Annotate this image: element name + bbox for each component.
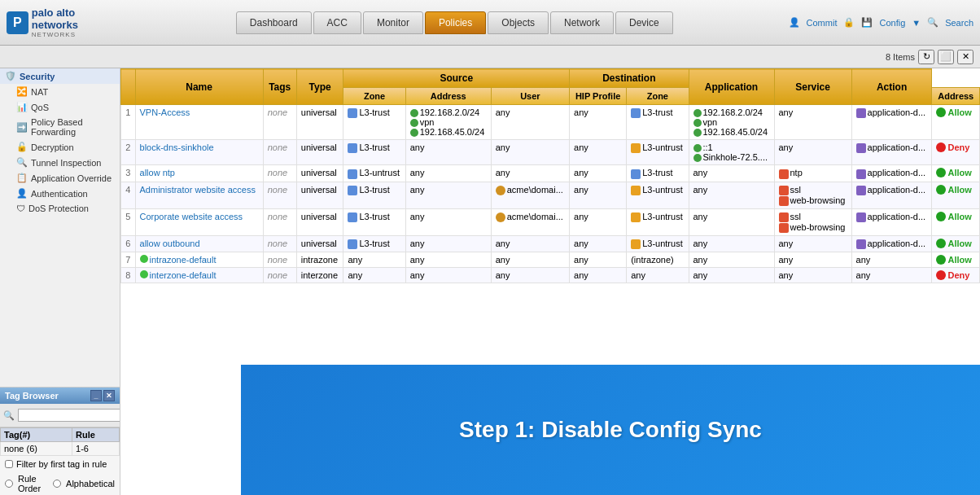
cell-name[interactable]: block-dns-sinkhole bbox=[135, 140, 263, 165]
close-button[interactable]: ✕ bbox=[957, 50, 973, 64]
app-icon bbox=[779, 196, 789, 206]
cell-name[interactable]: Administrator website access bbox=[135, 182, 263, 208]
overlay-banner: Step 1: Disable Config Sync bbox=[241, 365, 980, 495]
cell-action: Allow bbox=[932, 182, 980, 208]
tag-search-input[interactable] bbox=[18, 409, 120, 422]
cell-name[interactable]: Corporate website access bbox=[135, 208, 263, 235]
table-row[interactable]: 1VPN-AccessnoneuniversalL3-trust192.168.… bbox=[121, 105, 980, 140]
cell-service: any bbox=[851, 268, 932, 283]
cell-app: sslweb-browsing bbox=[774, 182, 851, 208]
col-service: Service bbox=[774, 69, 851, 105]
config-button[interactable]: Config bbox=[879, 18, 905, 28]
order-row: Rule Order Alphabetical bbox=[0, 472, 120, 495]
cell-action: Allow bbox=[932, 235, 980, 252]
tag-browser-minimize[interactable]: _ bbox=[90, 390, 102, 401]
cell-tags: none bbox=[263, 165, 296, 182]
tab-objects[interactable]: Objects bbox=[488, 11, 549, 34]
overlay-text: Step 1: Disable Config Sync bbox=[459, 417, 762, 443]
commit-icon: 👤 bbox=[789, 17, 800, 28]
cell-num: 1 bbox=[121, 105, 136, 140]
filter-row: Filter by first tag in rule bbox=[0, 456, 120, 472]
cell-tags: none bbox=[263, 105, 296, 140]
zone-icon bbox=[631, 169, 641, 179]
sidebar-item-security[interactable]: 🛡️ Security bbox=[0, 68, 120, 84]
sidebar-item-tunnel[interactable]: 🔍 Tunnel Inspection bbox=[0, 155, 120, 170]
table-row[interactable]: 6allow outboundnoneuniversalL3-trustanya… bbox=[121, 235, 980, 252]
tab-dashboard[interactable]: Dashboard bbox=[236, 11, 312, 34]
app-icon bbox=[779, 212, 789, 222]
cell-name[interactable]: interzone-default bbox=[135, 268, 263, 283]
table-row[interactable]: 8interzone-defaultnoneinterzoneanyanyany… bbox=[121, 268, 980, 283]
tab-device[interactable]: Device bbox=[615, 11, 673, 34]
shield-icon: 🛡️ bbox=[5, 71, 16, 81]
cell-name[interactable]: VPN-Access bbox=[135, 105, 263, 140]
tag-row[interactable]: none (6) 1-6 bbox=[1, 442, 120, 456]
col-hip: HIP Profile bbox=[570, 88, 627, 105]
alpha-radio[interactable] bbox=[53, 480, 61, 488]
main-area: 🛡️ Security 🔀 NAT 📊 QoS ➡️ Policy Based … bbox=[0, 68, 980, 495]
sidebar: 🛡️ Security 🔀 NAT 📊 QoS ➡️ Policy Based … bbox=[0, 68, 120, 495]
sidebar-item-qos[interactable]: 📊 QoS bbox=[0, 99, 120, 115]
table-row[interactable]: 2block-dns-sinkholenoneuniversalL3-trust… bbox=[121, 140, 980, 165]
source-group-header: Source bbox=[343, 69, 570, 88]
tab-policies[interactable]: Policies bbox=[425, 11, 486, 34]
rule-name-link[interactable]: Corporate website access bbox=[140, 212, 243, 221]
tag-search-icon: 🔍 bbox=[3, 410, 15, 421]
rule-name-link[interactable]: intrazone-default bbox=[150, 255, 217, 265]
table-row[interactable]: 5Corporate website accessnoneuniversalL3… bbox=[121, 208, 980, 235]
tag-browser-toolbar: 🔍 1 Item + ✕ bbox=[0, 404, 120, 427]
cell-type: intrazone bbox=[296, 252, 343, 268]
config-arrow: ▼ bbox=[912, 18, 921, 28]
app-icon bbox=[779, 223, 789, 233]
rule-name-link[interactable]: Administrator website access bbox=[140, 185, 256, 195]
cell-num: 5 bbox=[121, 208, 136, 235]
rule-name-link[interactable]: interzone-default bbox=[150, 270, 217, 280]
rule-name-link[interactable]: VPN-Access bbox=[140, 107, 190, 117]
cell-name[interactable]: intrazone-default bbox=[135, 252, 263, 268]
rule-name-link[interactable]: allow outbound bbox=[140, 239, 200, 248]
svc-icon bbox=[856, 212, 866, 222]
rule-name-link[interactable]: block-dns-sinkhole bbox=[140, 142, 214, 152]
sidebar-item-app-override[interactable]: 📋 Application Override bbox=[0, 170, 120, 186]
tag-browser-header: Tag Browser _ ✕ bbox=[0, 388, 120, 404]
dos-icon: 🛡 bbox=[16, 204, 25, 213]
cell-service: application-d... bbox=[851, 105, 932, 140]
cell-hip: any bbox=[570, 182, 627, 208]
cell-name[interactable]: allow ntp bbox=[135, 165, 263, 182]
allow-circle bbox=[936, 255, 946, 265]
green-dot bbox=[140, 255, 148, 263]
cell-user: acme\domai... bbox=[491, 208, 569, 235]
tab-acc[interactable]: ACC bbox=[313, 11, 361, 34]
tab-monitor[interactable]: Monitor bbox=[363, 11, 423, 34]
sidebar-item-pbf[interactable]: ➡️ Policy Based Forwarding bbox=[0, 115, 120, 139]
tab-network[interactable]: Network bbox=[550, 11, 614, 34]
app-icon bbox=[779, 186, 789, 195]
cell-num: 4 bbox=[121, 182, 136, 208]
zone-icon bbox=[348, 169, 357, 179]
refresh-button[interactable]: ↻ bbox=[918, 50, 934, 64]
cell-dst-zone: L3-untrust bbox=[627, 140, 689, 165]
sidebar-item-dos[interactable]: 🛡 DoS Protection bbox=[0, 201, 120, 216]
tag-browser-close[interactable]: ✕ bbox=[103, 390, 115, 401]
rule-name-link[interactable]: allow ntp bbox=[140, 168, 175, 177]
addr-icon bbox=[693, 154, 702, 162]
table-row[interactable]: 4Administrator website accessnoneunivers… bbox=[121, 182, 980, 208]
cell-hip: any bbox=[570, 165, 627, 182]
cell-app: sslweb-browsing bbox=[774, 208, 851, 235]
action-deny: Deny bbox=[936, 142, 975, 152]
sidebar-item-nat[interactable]: 🔀 NAT bbox=[0, 84, 120, 99]
cell-dst-zone: L3-untrust bbox=[627, 182, 689, 208]
cell-type: interzone bbox=[296, 268, 343, 283]
filter-checkbox[interactable] bbox=[5, 460, 13, 468]
sidebar-item-auth[interactable]: 👤 Authentication bbox=[0, 186, 120, 201]
table-row[interactable]: 3allow ntpnoneuniversalL3-untrustanyanya… bbox=[121, 165, 980, 182]
cell-service: application-d... bbox=[851, 235, 932, 252]
expand-button[interactable]: ⬜ bbox=[938, 50, 954, 64]
cell-name[interactable]: allow outbound bbox=[135, 235, 263, 252]
lock-icon: 🔒 bbox=[843, 17, 855, 28]
table-row[interactable]: 7intrazone-defaultnoneintrazoneanyanyany… bbox=[121, 252, 980, 268]
search-button[interactable]: Search bbox=[945, 18, 973, 28]
commit-button[interactable]: Commit bbox=[807, 18, 838, 28]
sidebar-item-decryption[interactable]: 🔓 Decryption bbox=[0, 139, 120, 155]
rule-order-radio[interactable] bbox=[5, 480, 13, 488]
